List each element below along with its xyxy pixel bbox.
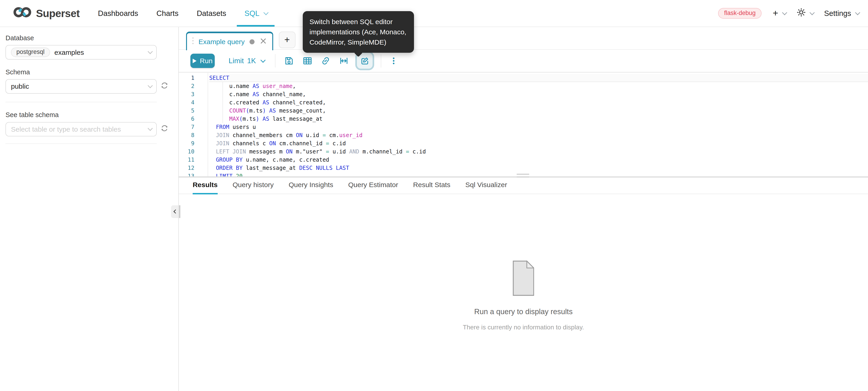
toolbar-icons (280, 52, 403, 70)
results-tab-result-stats[interactable]: Result Stats (413, 181, 451, 194)
chevron-down-icon (810, 10, 814, 15)
code-line: JOIN channel_members cm ON u.id = cm.use… (209, 131, 868, 139)
nav-item-sql[interactable]: SQL (245, 0, 267, 27)
add-tab-button[interactable]: + (279, 32, 296, 48)
toolbar-table-icon[interactable] (298, 54, 316, 68)
results-empty-state: Run a query to display results There is … (179, 194, 868, 391)
new-item-dropdown[interactable]: + (773, 9, 786, 18)
resize-handle[interactable] (517, 174, 529, 179)
toolbar-link-icon[interactable] (317, 54, 335, 68)
refresh-schemas-button[interactable] (161, 82, 168, 91)
code-line: c.created AS channel_created, (209, 98, 868, 107)
sidebar-resize-handle[interactable] (179, 205, 180, 218)
sql-editor[interactable]: 12345678910111213 SELECT u.name AS user_… (179, 72, 868, 176)
chevron-down-icon (260, 58, 266, 63)
run-label: Run (200, 57, 213, 65)
code-line: COUNT(m.ts) AS message_count, (209, 107, 868, 115)
chevron-down-icon (264, 10, 269, 15)
editor-line-numbers: 12345678910111213 (179, 73, 208, 176)
line-number: 9 (179, 139, 194, 148)
line-number: 12 (179, 164, 194, 172)
sun-icon (797, 8, 806, 19)
database-select[interactable]: postgresql examples (5, 45, 156, 59)
table-select[interactable]: Select table or type to search tables (5, 122, 156, 136)
empty-state-subtitle: There is currently no information to dis… (463, 324, 584, 331)
results-tab-bar: ResultsQuery historyQuery InsightsQuery … (179, 177, 868, 194)
settings-label: Settings (824, 9, 851, 18)
chevron-down-icon (148, 83, 153, 88)
editor-tab-example-query[interactable]: Example query (186, 32, 273, 51)
toolbar-save-icon[interactable] (280, 54, 298, 68)
line-number: 7 (179, 123, 194, 131)
settings-menu[interactable]: Settings (824, 9, 859, 18)
database-engine-tag: postgresql (11, 47, 50, 57)
database-label: Database (5, 34, 178, 42)
chevron-down-icon (148, 49, 153, 54)
chevron-down-icon (148, 126, 153, 131)
editor-toolbar: Run Limit 1K (179, 50, 868, 72)
nav-item-dashboards[interactable]: Dashboards (98, 0, 138, 27)
editor-code[interactable]: SELECT u.name AS user_name, c.name AS ch… (208, 73, 868, 176)
line-number: 3 (179, 90, 194, 98)
line-number: 13 (179, 172, 194, 176)
tooltip: Switch between SQL editor implementation… (303, 11, 414, 53)
code-line: c.name AS channel_name, (209, 90, 868, 98)
results-tab-results[interactable]: Results (193, 181, 218, 194)
theme-toggle[interactable] (797, 8, 813, 19)
refresh-tables-button[interactable] (161, 124, 168, 134)
limit-value: 1K (247, 57, 256, 65)
plus-icon: + (773, 9, 778, 18)
document-icon (513, 261, 534, 298)
line-number: 1 (179, 74, 194, 82)
toolbar-kebab-icon[interactable] (385, 54, 403, 68)
line-number: 5 (179, 107, 194, 115)
limit-label: Limit (228, 57, 244, 65)
table-schema-label: See table schema (5, 111, 178, 119)
table-select-placeholder: Select table or type to search tables (11, 125, 121, 133)
line-number: 8 (179, 131, 194, 139)
line-number: 10 (179, 148, 194, 156)
code-line: SELECT (209, 74, 868, 82)
panel-splitter[interactable] (179, 176, 868, 177)
nav-item-charts[interactable]: Charts (156, 0, 179, 27)
close-icon (260, 37, 266, 46)
editor-tab-label: Example query (198, 38, 245, 46)
play-icon (193, 59, 196, 63)
run-query-button[interactable]: Run (190, 54, 215, 68)
refresh-icon (161, 124, 168, 134)
schema-label: Schema (5, 68, 178, 76)
schema-select[interactable]: public (5, 79, 156, 93)
results-tab-query-estimator[interactable]: Query Estimator (348, 181, 398, 194)
brand-name: Superset (36, 7, 80, 20)
drag-handle-icon[interactable] (191, 37, 195, 47)
code-line: u.name AS user_name, (209, 82, 868, 90)
code-line: LEFT JOIN messages m ON m."user" = u.id … (209, 148, 868, 156)
superset-logo[interactable]: Superset (13, 6, 80, 21)
chevron-down-icon (782, 10, 787, 15)
code-line: GROUP BY u.name, c.name, c.created (209, 156, 868, 164)
row-limit-dropdown[interactable]: Limit 1K (228, 57, 264, 65)
sqllab-main: Example query + (179, 27, 868, 391)
navbar: Superset DashboardsChartsDatasetsSQL fla… (0, 0, 868, 27)
chevron-left-icon (173, 209, 178, 214)
sqllab-sidebar: Database postgresql examples Schema publ… (0, 27, 179, 391)
code-line: MAX(m.ts) AS last_message_at (209, 115, 868, 123)
line-number: 4 (179, 98, 194, 107)
unsaved-indicator-dot (250, 39, 254, 44)
empty-state-title: Run a query to display results (474, 307, 573, 316)
sidebar-collapse-control (171, 205, 180, 218)
collapse-sidebar-button[interactable] (171, 205, 179, 218)
results-tab-sql-visualizer[interactable]: Sql Visualizer (465, 181, 507, 194)
line-number: 6 (179, 115, 194, 123)
toolbar-fit-width-icon[interactable] (335, 54, 353, 68)
editor-tab-bar: Example query + (179, 27, 868, 50)
results-tab-query-insights[interactable]: Query Insights (289, 181, 333, 194)
chevron-down-icon (855, 10, 860, 15)
line-number: 2 (179, 82, 194, 90)
code-line: JOIN channels c ON cm.channel_id = c.id (209, 139, 868, 148)
nav-item-datasets[interactable]: Datasets (197, 0, 226, 27)
close-tab-button[interactable] (260, 37, 266, 46)
line-number: 11 (179, 156, 194, 164)
results-tab-query-history[interactable]: Query history (232, 181, 274, 194)
sql-lab-app: Superset DashboardsChartsDatasetsSQL fla… (0, 0, 868, 391)
